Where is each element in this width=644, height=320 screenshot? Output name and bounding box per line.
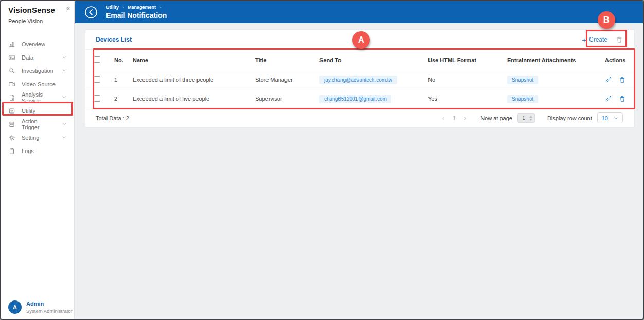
col-header-use-html: Use HTML Format: [428, 57, 507, 63]
stack-icon: [8, 121, 15, 128]
exit-to-app-icon: [8, 107, 15, 115]
chevron-down-icon: [62, 54, 67, 61]
breadcrumb-separator: ›: [159, 5, 161, 10]
app-title: VisionSense: [8, 6, 67, 14]
pagination-next-icon[interactable]: ›: [464, 115, 466, 122]
user-role: System Administrator: [26, 308, 73, 314]
app-subtitle: People Vision: [8, 18, 67, 24]
sidebar-item-setting[interactable]: Setting: [1, 131, 74, 144]
sidebar-item-utility[interactable]: Utility: [1, 104, 74, 118]
user-name: Admin: [26, 300, 73, 307]
panel-title: Devices List: [96, 36, 132, 43]
sidebar-collapse-icon[interactable]: «: [66, 5, 70, 12]
display-row-count-label: Display row count: [547, 115, 592, 121]
col-header-title: Title: [255, 57, 319, 63]
row-count-value: 10: [602, 115, 608, 121]
back-button[interactable]: [84, 6, 98, 19]
attachment-chip: Snapshot: [507, 76, 538, 84]
now-at-page-label: Now at page: [480, 115, 512, 121]
breadcrumb: Utility › Management ›: [106, 5, 167, 10]
sidebar-item-action-trigger[interactable]: Action Trigger: [1, 118, 74, 131]
gear-icon: [8, 134, 15, 141]
sidebar-item-label: Utility: [22, 108, 35, 114]
spinner-arrows-icon[interactable]: [529, 116, 534, 121]
sidebar-item-logs[interactable]: Logs: [1, 144, 74, 158]
image-icon: [8, 54, 15, 61]
cell-no: 1: [114, 77, 133, 83]
pagination: ‹ 1 ›: [442, 115, 466, 122]
col-header-name: Name: [133, 57, 255, 63]
sidebar-item-label: Investigation: [22, 68, 53, 74]
col-header-attachments: Entrainment Attachments: [507, 57, 605, 63]
cell-no: 2: [114, 96, 133, 102]
delete-trash-icon[interactable]: [619, 76, 626, 83]
row-count-select[interactable]: 10: [597, 112, 623, 123]
pagination-prev-icon[interactable]: ‹: [442, 115, 444, 122]
select-all-checkbox[interactable]: [94, 56, 100, 63]
clipboard-icon: [8, 147, 15, 155]
sidebar-item-label: Analysis Service: [22, 91, 56, 104]
sidebar: VisionSense People Vision « Overview Dat…: [1, 1, 75, 319]
sidebar-item-label: Action Trigger: [22, 118, 56, 130]
bulk-delete-trash-icon[interactable]: [616, 36, 623, 43]
row-checkbox[interactable]: [94, 76, 100, 83]
cell-use-html: No: [428, 77, 507, 83]
chevron-down-icon: [613, 116, 618, 121]
sidebar-item-overview[interactable]: Overview: [1, 37, 74, 51]
plus-icon: +: [582, 36, 586, 44]
sidebar-item-label: Overview: [22, 41, 45, 47]
send-to-chip: jay.chang@advantech.com.tw: [319, 76, 397, 84]
sidebar-item-investigation[interactable]: Investigation: [1, 64, 74, 78]
cell-name: Exceeded a limit of five people: [133, 96, 255, 102]
sidebar-item-video-source[interactable]: Video Source: [1, 78, 74, 91]
delete-trash-icon[interactable]: [619, 95, 626, 102]
sidebar-item-analysis-service[interactable]: Analysis Service: [1, 91, 74, 104]
table-footer: Total Data : 2 ‹ 1 › Now at page 1 Displ…: [85, 108, 634, 127]
page-title: Email Notification: [106, 11, 167, 20]
user-profile[interactable]: A Admin System Administrator: [8, 300, 73, 314]
sidebar-item-data[interactable]: Data: [1, 51, 74, 64]
chevron-down-icon: [62, 121, 67, 127]
edit-pencil-icon[interactable]: [605, 95, 612, 102]
chevron-down-icon: [62, 68, 67, 74]
document-icon: [8, 94, 15, 101]
chevron-down-icon: [62, 135, 67, 141]
sidebar-item-label: Data: [22, 54, 33, 61]
total-data-label: Total Data : 2: [96, 115, 129, 121]
pagination-page-number[interactable]: 1: [453, 115, 456, 121]
cell-use-html: Yes: [428, 96, 507, 102]
bar-chart-icon: [8, 41, 15, 48]
brand: VisionSense People Vision «: [1, 1, 74, 24]
sidebar-menu: Overview Data Investigation: [1, 37, 74, 158]
breadcrumb-item-management[interactable]: Management: [128, 5, 156, 10]
page-number-input[interactable]: 1: [517, 113, 535, 123]
breadcrumb-item-utility[interactable]: Utility: [106, 5, 119, 10]
attachment-chip: Snapshot: [507, 95, 538, 103]
table-header-row: No. Name Title Send To Use HTML Format E…: [85, 49, 634, 70]
col-header-actions: Actions: [605, 57, 628, 63]
row-checkbox[interactable]: [94, 95, 100, 102]
avatar: A: [8, 300, 22, 314]
table-row: 1 Exceeded a limit of three people Store…: [85, 70, 634, 89]
table-row: 2 Exceeded a limit of five people Superv…: [85, 89, 634, 108]
col-header-no: No.: [114, 57, 133, 63]
chevron-down-icon: [62, 95, 67, 101]
page-header: Utility › Management › Email Notificatio…: [75, 1, 643, 23]
page-number-value: 1: [518, 115, 529, 121]
devices-list-panel: Devices List + Create No. Name Title Sen…: [85, 29, 635, 128]
cell-title: Supervisor: [255, 96, 319, 102]
video-icon: [8, 81, 15, 88]
col-header-send-to: Send To: [319, 57, 428, 63]
breadcrumb-separator: ›: [122, 5, 124, 10]
sidebar-item-label: Video Source: [22, 81, 56, 87]
app-window: VisionSense People Vision « Overview Dat…: [0, 0, 644, 320]
create-button-label: Create: [589, 36, 607, 43]
sidebar-item-label: Logs: [22, 148, 34, 154]
send-to-chip: chang6512001@gmail.com: [319, 95, 391, 103]
cell-name: Exceeded a limit of three people: [133, 77, 255, 83]
sidebar-item-label: Setting: [22, 135, 39, 141]
edit-pencil-icon[interactable]: [605, 76, 612, 83]
create-button[interactable]: + Create: [582, 36, 607, 44]
search-icon: [8, 67, 15, 74]
cell-title: Store Manager: [255, 77, 319, 83]
